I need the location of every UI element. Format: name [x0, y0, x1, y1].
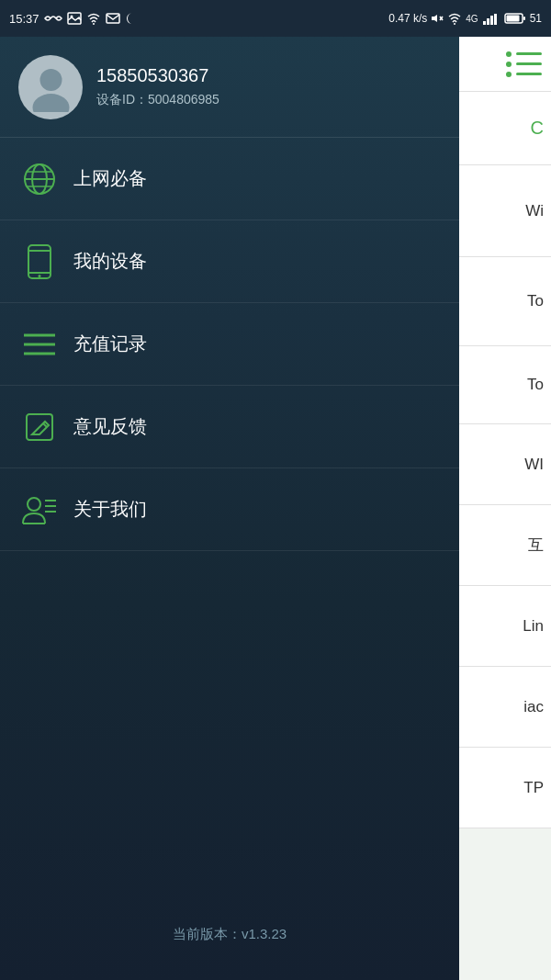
- right-item-text-2: To: [527, 292, 544, 310]
- right-item-text-5: 互: [528, 535, 544, 556]
- menu-label-mydevice: 我的设备: [73, 249, 147, 274]
- network-speed: 0.47 k/s: [388, 12, 427, 25]
- right-panel-items: C Wi To To WI 互 Lin: [459, 92, 551, 980]
- signal-bars-icon: [482, 12, 500, 25]
- right-panel-item-8[interactable]: TP: [459, 748, 551, 828]
- image-icon: [67, 12, 82, 25]
- svg-rect-12: [506, 16, 519, 22]
- menu-item-about[interactable]: 关于我们: [0, 468, 459, 551]
- menu-list: 上网必备 我的设备: [0, 138, 459, 907]
- svg-rect-3: [107, 14, 119, 23]
- menu-label-recharge: 充值记录: [73, 332, 147, 356]
- right-panel-item-1[interactable]: Wi: [459, 165, 551, 257]
- right-item-text-7: iac: [523, 698, 544, 716]
- moon-icon: [125, 12, 138, 25]
- right-panel-item-3[interactable]: To: [459, 346, 551, 424]
- hamburger-line-3: [516, 73, 542, 75]
- svg-rect-13: [523, 17, 525, 20]
- menu-label-internet: 上网必备: [73, 166, 147, 191]
- menu-label-about: 关于我们: [73, 497, 147, 522]
- profile-section: 15850530367 设备ID：5004806985: [0, 37, 459, 138]
- svg-rect-7: [483, 21, 486, 25]
- profile-phone: 15850530367: [96, 65, 219, 86]
- right-item-text-8: TP: [523, 779, 544, 797]
- svg-point-30: [28, 498, 40, 511]
- right-panel-header: [459, 37, 551, 92]
- globe-icon: [18, 158, 60, 199]
- right-panel: C Wi To To WI 互 Lin: [459, 37, 551, 980]
- network-type: 4G: [466, 14, 478, 24]
- right-panel-item-2[interactable]: To: [459, 257, 551, 346]
- version-section: 当前版本：v1.3.23: [0, 907, 459, 962]
- right-panel-item-4[interactable]: WI: [459, 424, 551, 505]
- right-item-text-3: To: [527, 376, 544, 394]
- hamburger-dot-3: [506, 72, 512, 77]
- battery-level: 51: [530, 12, 542, 25]
- hamburger-dot-1: [506, 51, 512, 57]
- svg-rect-8: [487, 18, 489, 25]
- hamburger-menu-button[interactable]: [506, 51, 542, 77]
- mute-icon: [431, 12, 444, 25]
- battery-icon: [504, 12, 526, 25]
- user-avatar-icon: [18, 55, 83, 119]
- hamburger-line-1: [516, 52, 542, 55]
- svg-point-15: [32, 94, 69, 112]
- svg-point-6: [454, 23, 455, 25]
- sidebar: 15850530367 设备ID：5004806985: [0, 37, 459, 980]
- svg-rect-9: [490, 16, 493, 25]
- profile-info: 15850530367 设备ID：5004806985: [96, 65, 219, 108]
- svg-rect-10: [494, 14, 497, 25]
- infinity-icon: [44, 13, 62, 24]
- svg-point-2: [93, 23, 95, 25]
- device-id: 5004806985: [148, 92, 219, 107]
- hamburger-line-2: [516, 62, 542, 65]
- version-value: v1.3.23: [242, 926, 287, 941]
- right-panel-item-5[interactable]: 互: [459, 505, 551, 586]
- wifi-icon: [86, 12, 101, 25]
- hamburger-dot-2: [506, 62, 512, 67]
- right-item-text-0: C: [531, 118, 544, 139]
- right-panel-item-7[interactable]: iac: [459, 667, 551, 748]
- menu-item-mydevice[interactable]: 我的设备: [0, 220, 459, 303]
- status-right: 0.47 k/s 4G 51: [388, 12, 542, 25]
- menu-item-internet[interactable]: 上网必备: [0, 138, 459, 220]
- svg-point-24: [38, 275, 40, 277]
- menu-label-feedback: 意见反馈: [73, 414, 147, 439]
- edit-icon: [18, 406, 60, 447]
- menu-item-recharge[interactable]: 充值记录: [0, 303, 459, 386]
- right-item-text-1: Wi: [525, 202, 544, 220]
- status-time: 15:37: [9, 12, 39, 26]
- device-label: 设备ID：: [96, 92, 148, 107]
- right-item-text-4: WI: [524, 456, 544, 474]
- right-item-text-6: Lin: [523, 617, 544, 636]
- phone-icon: [18, 241, 60, 282]
- right-panel-item-6[interactable]: Lin: [459, 586, 551, 667]
- status-left: 15:37: [9, 12, 138, 26]
- mail-icon: [106, 12, 120, 25]
- right-panel-item-0[interactable]: C: [459, 92, 551, 165]
- version-label: 当前版本：: [173, 926, 242, 941]
- user-group-icon: [18, 489, 60, 530]
- main-layout: 15850530367 设备ID：5004806985: [0, 37, 551, 980]
- profile-device: 设备ID：5004806985: [96, 92, 219, 108]
- avatar: [18, 55, 83, 119]
- signal-wifi-icon: [447, 12, 462, 25]
- status-bar: 15:37 0.47 k/s: [0, 0, 551, 37]
- menu-item-feedback[interactable]: 意见反馈: [0, 386, 459, 468]
- svg-point-14: [39, 69, 62, 91]
- list-icon: [18, 323, 60, 365]
